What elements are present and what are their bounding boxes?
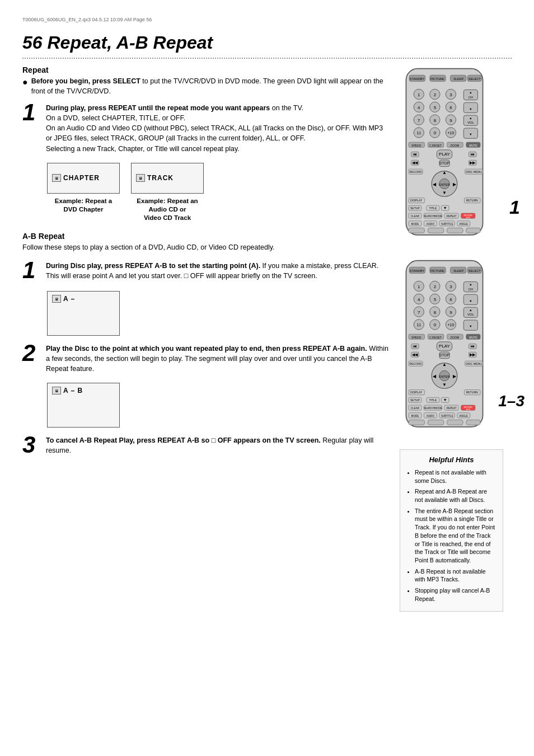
svg-text:ANGLE: ANGLE bbox=[460, 223, 468, 226]
svg-text:▼: ▼ bbox=[442, 382, 447, 387]
svg-text:SELECT: SELECT bbox=[469, 77, 481, 81]
svg-text:C.RESET: C.RESET bbox=[429, 336, 442, 339]
repeat-bullet-text: Before you begin, press SELECT to put th… bbox=[31, 77, 388, 96]
svg-text:▼: ▼ bbox=[443, 206, 447, 210]
svg-text:MUTE: MUTE bbox=[469, 336, 477, 339]
svg-text:▶▶: ▶▶ bbox=[470, 353, 476, 356]
svg-text:RETURN: RETURN bbox=[466, 199, 478, 202]
svg-text:2: 2 bbox=[434, 284, 437, 289]
svg-text:8: 8 bbox=[434, 118, 437, 123]
svg-text:VOL: VOL bbox=[467, 121, 474, 124]
repeat-step1: 1 During play, press REPEAT until the re… bbox=[22, 101, 388, 154]
svg-text:8: 8 bbox=[434, 310, 437, 315]
svg-text:DISC MENU: DISC MENU bbox=[466, 362, 482, 365]
svg-rect-209 bbox=[466, 420, 480, 425]
svg-text:RECORD: RECORD bbox=[409, 170, 422, 173]
screen-icon-2: 🖥 bbox=[136, 174, 145, 182]
svg-text:▼: ▼ bbox=[442, 190, 447, 195]
ab-intro: Follow these steps to play a section of … bbox=[22, 243, 388, 253]
ab-step-number-2: 2 bbox=[22, 341, 39, 365]
svg-text:9: 9 bbox=[449, 310, 452, 315]
svg-text:PLAY: PLAY bbox=[439, 152, 451, 157]
svg-text:▼: ▼ bbox=[469, 325, 472, 328]
track-screen-text: TRACK bbox=[147, 174, 174, 182]
bullet-icon: ● bbox=[22, 77, 28, 88]
svg-text:SEARCHMODE: SEARCHMODE bbox=[424, 215, 442, 218]
page-title: 56 Repeat, A-B Repeat bbox=[22, 32, 512, 53]
svg-text:⏭: ⏭ bbox=[471, 152, 475, 156]
svg-text:PLAY: PLAY bbox=[439, 344, 451, 349]
svg-text:5: 5 bbox=[434, 297, 437, 302]
svg-text:C.RESET: C.RESET bbox=[429, 144, 442, 147]
svg-text:ZOOM: ZOOM bbox=[451, 144, 459, 147]
step1-text: During play, press REPEAT until the repe… bbox=[46, 101, 388, 154]
remote-1-svg: STANDBY PICTURE SLEEP SELECT 1 2 3 ▲ CH bbox=[400, 65, 489, 245]
svg-text:6: 6 bbox=[449, 105, 452, 110]
svg-text:◀◀: ◀◀ bbox=[412, 161, 418, 165]
svg-text:6: 6 bbox=[449, 297, 452, 302]
chapter-screen-text: CHAPTER bbox=[63, 174, 100, 182]
hint-item-2: Repeat and A-B Repeat are not available … bbox=[415, 487, 496, 504]
step-number-1: 1 bbox=[22, 101, 39, 124]
ab-step2-text: Play the Disc to the point at which you … bbox=[46, 341, 388, 374]
chapter-caption: Example: Repeat a DVD Chapter bbox=[55, 197, 112, 214]
svg-text:7: 7 bbox=[418, 310, 420, 315]
svg-text:REPEAT: REPEAT bbox=[447, 407, 457, 410]
ab-step1-text: During Disc play, press REPEAT A-B to se… bbox=[46, 259, 388, 281]
ab-step-number-1: 1 bbox=[22, 259, 39, 282]
svg-text:SLEEP: SLEEP bbox=[453, 269, 464, 273]
svg-text:11: 11 bbox=[416, 131, 421, 135]
svg-text:PICTURE: PICTURE bbox=[430, 77, 444, 81]
svg-text:ANGLE: ANGLE bbox=[460, 415, 468, 417]
svg-rect-103 bbox=[447, 228, 463, 233]
svg-text:▼: ▼ bbox=[469, 133, 472, 136]
svg-text:AUDIO: AUDIO bbox=[427, 223, 435, 226]
svg-text:SELECT: SELECT bbox=[469, 269, 481, 273]
svg-text:STOP: STOP bbox=[439, 353, 450, 357]
svg-text:3: 3 bbox=[449, 284, 452, 289]
remote-2-wrapper: STANDBY PICTURE SLEEP SELECT 1 2 3 ▲ CH … bbox=[400, 257, 503, 438]
hint-item-5: Stopping play will cancel A-B Repeat. bbox=[415, 586, 496, 603]
svg-text:TITLE: TITLE bbox=[429, 206, 437, 210]
remote-2-label: 1–3 bbox=[498, 392, 524, 410]
svg-text:DISPLAY: DISPLAY bbox=[410, 199, 423, 202]
svg-text:1: 1 bbox=[418, 92, 420, 97]
page-header: T0006UG_6006UG_EN_2.qx3 04.5.12 10:09 AM… bbox=[22, 17, 512, 22]
svg-text:▲: ▲ bbox=[469, 283, 472, 286]
ab-screen-icon-2: 🖥 bbox=[52, 387, 61, 395]
svg-text:5: 5 bbox=[434, 105, 437, 110]
svg-text:A-B: A-B bbox=[466, 408, 470, 411]
svg-rect-208 bbox=[447, 420, 463, 425]
ab-step3-block: 3 To cancel A-B Repeat Play, press REPEA… bbox=[22, 433, 388, 457]
svg-text:CLEAR: CLEAR bbox=[411, 407, 420, 410]
svg-text:RECORD: RECORD bbox=[409, 362, 422, 365]
svg-text:▼: ▼ bbox=[469, 107, 472, 111]
ab-screen-ab-text: A – B bbox=[63, 387, 83, 395]
svg-text:SETUP: SETUP bbox=[410, 206, 420, 210]
svg-text:ZOOM: ZOOM bbox=[451, 336, 459, 339]
hints-list: Repeat is not available with some Discs.… bbox=[407, 468, 496, 603]
svg-text:SEARCHMODE: SEARCHMODE bbox=[424, 407, 442, 410]
svg-text:MODE: MODE bbox=[411, 223, 419, 226]
helpful-hints-box: Helpful Hints Repeat is not available wi… bbox=[400, 449, 503, 612]
svg-text:VOL: VOL bbox=[467, 313, 474, 316]
remote-2-svg: STANDBY PICTURE SLEEP SELECT 1 2 3 ▲ CH … bbox=[400, 257, 489, 436]
svg-text:2: 2 bbox=[434, 92, 437, 97]
svg-text:CH: CH bbox=[469, 96, 473, 99]
hint-item-1: Repeat is not available with some Discs. bbox=[415, 468, 496, 485]
svg-text:9: 9 bbox=[449, 118, 452, 123]
ab-step-number-3: 3 bbox=[22, 433, 39, 457]
ab-heading: A-B Repeat bbox=[22, 232, 388, 241]
svg-text:4: 4 bbox=[418, 297, 420, 302]
svg-text:◀◀: ◀◀ bbox=[412, 353, 418, 356]
svg-text:SUBTITLE: SUBTITLE bbox=[441, 415, 453, 417]
svg-text:SPEED: SPEED bbox=[411, 336, 421, 339]
svg-text:◀: ◀ bbox=[433, 182, 437, 187]
svg-text:+10: +10 bbox=[448, 323, 455, 327]
ab-section: A-B Repeat Follow these steps to play a … bbox=[22, 232, 388, 457]
ab-screen-a-text: A – bbox=[63, 295, 75, 303]
hints-title: Helpful Hints bbox=[407, 456, 496, 464]
ab-screen-ab: 🖥 A – B bbox=[47, 383, 120, 428]
svg-text:SPEED: SPEED bbox=[411, 144, 421, 147]
svg-text:CLEAR: CLEAR bbox=[411, 215, 420, 218]
